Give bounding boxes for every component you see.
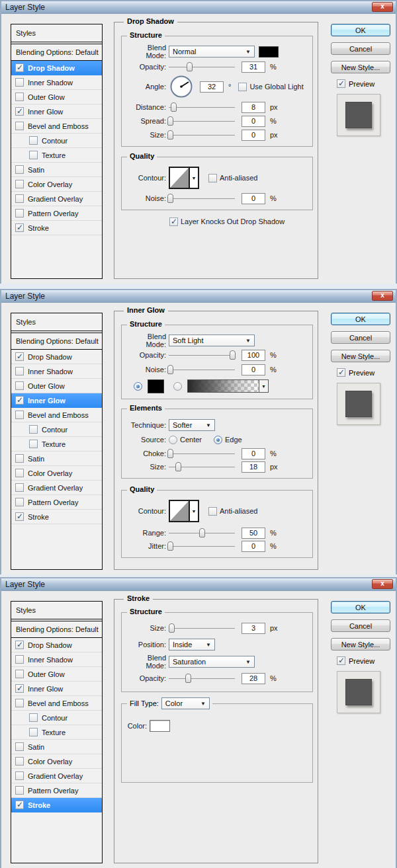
sidebar-item-gradient-overlay[interactable]: Gradient Overlay <box>11 769 102 783</box>
sidebar-item-satin[interactable]: Satin <box>11 163 102 177</box>
angle-dial[interactable] <box>169 75 193 99</box>
sidebar-item-color-overlay[interactable]: Color Overlay <box>11 177 102 192</box>
gradient-picker[interactable]: ▼ <box>187 379 269 393</box>
checkbox-gradient-overlay[interactable] <box>15 483 24 492</box>
sidebar-item-satin[interactable]: Satin <box>11 740 102 754</box>
checkbox-drop-shadow[interactable] <box>15 641 24 649</box>
close-button[interactable]: x <box>372 291 393 301</box>
noise-slider[interactable] <box>169 364 235 375</box>
checkbox-contour[interactable] <box>29 713 38 722</box>
close-button[interactable]: x <box>372 579 393 589</box>
gradient-radio[interactable] <box>173 382 182 391</box>
sidebar-item-blending-options[interactable]: Blending Options: Default <box>11 621 102 638</box>
contour-picker[interactable]: ▼ <box>169 167 199 189</box>
choke-input[interactable]: 0 <box>242 448 265 459</box>
checkbox-satin[interactable] <box>15 454 24 463</box>
sidebar-item-gradient-overlay[interactable]: Gradient Overlay <box>11 481 102 495</box>
sidebar-item-inner-glow[interactable]: Inner Glow <box>11 682 102 696</box>
spread-input[interactable]: 0 <box>242 116 265 127</box>
angle-input[interactable]: 32 <box>200 81 224 93</box>
preview-checkbox[interactable] <box>337 656 345 665</box>
blend-mode-select[interactable]: Soft Light▼ <box>169 335 255 346</box>
checkbox-outer-glow[interactable] <box>15 93 24 101</box>
sidebar-item-inner-glow[interactable]: Inner Glow <box>11 104 102 119</box>
checkbox-color-overlay[interactable] <box>15 180 24 188</box>
checkbox-inner-glow[interactable] <box>15 396 24 405</box>
opacity-slider[interactable] <box>169 350 235 360</box>
sidebar-item-outer-glow[interactable]: Outer Glow <box>11 667 102 682</box>
sidebar-item-bevel-and-emboss[interactable]: Bevel and Emboss <box>11 408 102 422</box>
opacity-input[interactable]: 100 <box>242 350 265 361</box>
new-style-button[interactable]: New Style... <box>331 350 390 362</box>
source-edge-radio[interactable] <box>214 436 222 444</box>
checkbox-stroke[interactable] <box>15 512 24 521</box>
sidebar-item-inner-shadow[interactable]: Inner Shadow <box>11 75 102 90</box>
range-slider[interactable] <box>169 528 235 538</box>
checkbox-inner-shadow[interactable] <box>15 655 24 664</box>
close-button[interactable]: x <box>372 2 393 12</box>
preview-checkbox[interactable] <box>337 79 345 88</box>
sidebar-item-texture[interactable]: Texture <box>11 725 102 740</box>
sidebar-item-color-overlay[interactable]: Color Overlay <box>11 754 102 769</box>
sidebar-item-texture[interactable]: Texture <box>11 148 102 163</box>
checkbox-bevel-and-emboss[interactable] <box>15 699 24 707</box>
size-input[interactable]: 3 <box>242 623 265 634</box>
use-global-light-checkbox[interactable] <box>238 83 247 91</box>
opacity-slider[interactable] <box>169 673 235 684</box>
sidebar-item-blending-options[interactable]: Blending Options: Default <box>11 44 102 61</box>
chevron-down-icon[interactable]: ▼ <box>259 380 268 392</box>
sidebar-item-color-overlay[interactable]: Color Overlay <box>11 466 102 481</box>
checkbox-bevel-and-emboss[interactable] <box>15 411 24 419</box>
sidebar-item-contour[interactable]: Contour <box>11 711 102 725</box>
anti-aliased-checkbox[interactable] <box>208 507 217 516</box>
checkbox-color-overlay[interactable] <box>15 469 24 477</box>
checkbox-bevel-and-emboss[interactable] <box>15 122 24 130</box>
distance-input[interactable]: 8 <box>242 102 265 113</box>
sidebar-item-contour[interactable]: Contour <box>11 134 102 148</box>
checkbox-texture[interactable] <box>29 728 38 736</box>
ok-button[interactable]: OK <box>331 313 390 325</box>
opacity-input[interactable]: 31 <box>242 61 265 73</box>
styles-header[interactable]: Styles <box>11 24 102 42</box>
sidebar-item-contour[interactable]: Contour <box>11 422 102 437</box>
styles-header[interactable]: Styles <box>11 602 102 619</box>
checkbox-color-overlay[interactable] <box>15 757 24 766</box>
checkbox-inner-glow[interactable] <box>15 684 24 693</box>
position-select[interactable]: Inside▼ <box>169 639 215 651</box>
checkbox-texture[interactable] <box>29 151 38 159</box>
sidebar-item-pattern-overlay[interactable]: Pattern Overlay <box>11 206 102 221</box>
checkbox-satin[interactable] <box>15 165 24 174</box>
spread-slider[interactable] <box>169 116 235 126</box>
checkbox-satin[interactable] <box>15 742 24 751</box>
sidebar-item-drop-shadow[interactable]: Drop Shadow <box>11 61 102 75</box>
checkbox-texture[interactable] <box>29 440 38 448</box>
sidebar-item-gradient-overlay[interactable]: Gradient Overlay <box>11 192 102 206</box>
chevron-down-icon[interactable]: ▼ <box>189 501 198 521</box>
sidebar-item-texture[interactable]: Texture <box>11 437 102 452</box>
noise-input[interactable]: 0 <box>242 364 265 375</box>
checkbox-gradient-overlay[interactable] <box>15 771 24 780</box>
sidebar-item-stroke[interactable]: Stroke <box>11 221 102 235</box>
checkbox-stroke[interactable] <box>15 223 24 232</box>
choke-slider[interactable] <box>169 448 235 459</box>
styles-header[interactable]: Styles <box>11 313 102 331</box>
blend-mode-select[interactable]: Normal▼ <box>169 46 255 58</box>
cancel-button[interactable]: Cancel <box>331 619 390 632</box>
checkbox-contour[interactable] <box>29 425 38 434</box>
checkbox-stroke[interactable] <box>15 801 24 809</box>
checkbox-pattern-overlay[interactable] <box>15 786 24 795</box>
checkbox-inner-shadow[interactable] <box>15 367 24 375</box>
chevron-down-icon[interactable]: ▼ <box>189 168 198 188</box>
sidebar-item-drop-shadow[interactable]: Drop Shadow <box>11 638 102 652</box>
checkbox-drop-shadow[interactable] <box>15 63 24 72</box>
sidebar-item-pattern-overlay[interactable]: Pattern Overlay <box>11 783 102 798</box>
ok-button[interactable]: OK <box>331 24 390 36</box>
new-style-button[interactable]: New Style... <box>331 61 390 73</box>
checkbox-inner-shadow[interactable] <box>15 78 24 87</box>
checkbox-pattern-overlay[interactable] <box>15 498 24 506</box>
sidebar-item-inner-glow[interactable]: Inner Glow <box>11 393 102 408</box>
new-style-button[interactable]: New Style... <box>331 638 390 651</box>
sidebar-item-pattern-overlay[interactable]: Pattern Overlay <box>11 495 102 510</box>
opacity-input[interactable]: 28 <box>242 673 265 684</box>
checkbox-inner-glow[interactable] <box>15 107 24 116</box>
